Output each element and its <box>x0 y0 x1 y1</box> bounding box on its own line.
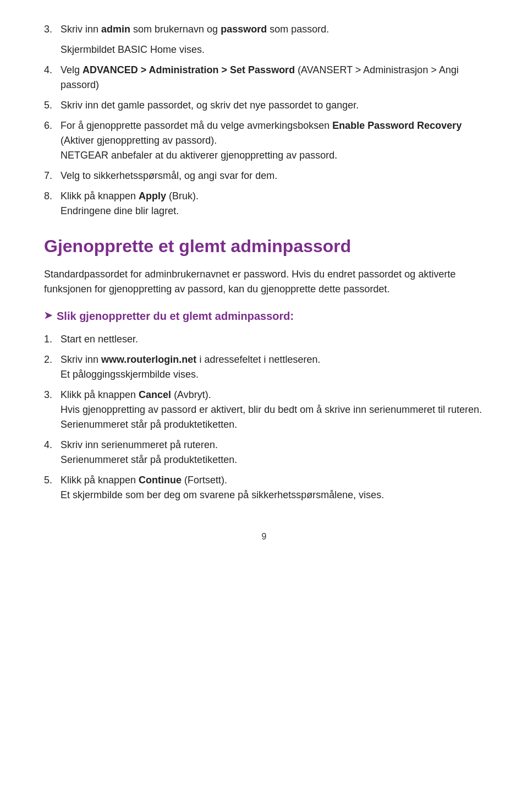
list-item: 6. For å gjenopprette passordet må du ve… <box>44 118 484 163</box>
list-content: Skjermbildet BASIC Home vises. <box>61 42 484 57</box>
list-content: Skriv inn det gamle passordet, og skriv … <box>61 98 484 113</box>
intro-steps-list: 3. Skriv inn admin som brukernavn og pas… <box>44 22 484 219</box>
list-number: 3. <box>44 22 61 37</box>
list-number: 8. <box>44 189 61 204</box>
list-content: Velg to sikkerhetsspørsmål, og angi svar… <box>61 168 484 183</box>
page-content: 3. Skriv inn admin som brukernavn og pas… <box>44 22 484 543</box>
list-content: Klikk på knappen Apply (Bruk). Endringen… <box>61 189 484 219</box>
list-item: 5. Klikk på knappen Continue (Fortsett).… <box>44 473 484 503</box>
bold-text: ADVANCED > Administration > Set Password <box>82 64 295 75</box>
list-content: Velg ADVANCED > Administration > Set Pas… <box>61 63 484 92</box>
list-number: 1. <box>44 332 61 347</box>
list-number: 4. <box>44 438 61 453</box>
list-content: Klikk på knappen Cancel (Avbryt). Hvis g… <box>61 388 484 432</box>
list-item: 5. Skriv inn det gamle passordet, og skr… <box>44 98 484 113</box>
list-number: 5. <box>44 98 61 113</box>
bold-text: Continue <box>139 475 182 486</box>
list-number: 3. <box>44 388 61 402</box>
list-item: 8. Klikk på knappen Apply (Bruk). Endrin… <box>44 189 484 219</box>
bold-text: Cancel <box>139 389 171 400</box>
list-item: 1. Start en nettleser. <box>44 332 484 347</box>
bold-text: password <box>221 24 267 35</box>
list-item: 4. Velg ADVANCED > Administration > Set … <box>44 63 484 92</box>
bold-text: www.routerlogin.net <box>101 354 196 365</box>
recovery-steps-list: 1. Start en nettleser. 2. Skriv inn www.… <box>44 332 484 503</box>
sub-heading-text: Slik gjenoppretter du et glemt adminpass… <box>57 308 294 324</box>
list-content: Start en nettleser. <box>61 332 484 347</box>
list-number: 7. <box>44 168 61 183</box>
bold-text: admin <box>101 24 130 35</box>
list-content: For å gjenopprette passordet må du velge… <box>61 118 484 163</box>
arrow-right-icon: ➤ <box>44 308 52 323</box>
list-content: Skriv inn admin som brukernavn og passwo… <box>61 22 484 37</box>
sub-heading: ➤ Slik gjenoppretter du et glemt adminpa… <box>44 308 484 324</box>
list-item: 2. Skriv inn www.routerlogin.net i adres… <box>44 352 484 382</box>
list-item: 3. Skriv inn admin som brukernavn og pas… <box>44 22 484 37</box>
list-number: 4. <box>44 63 61 78</box>
list-item: 7. Velg to sikkerhetsspørsmål, og angi s… <box>44 168 484 183</box>
list-item: Skjermbildet BASIC Home vises. <box>44 42 484 57</box>
page-number: 9 <box>44 530 484 543</box>
list-content: Klikk på knappen Continue (Fortsett). Et… <box>61 473 484 503</box>
list-number: 6. <box>44 118 61 133</box>
list-number: 5. <box>44 473 61 488</box>
section-intro: Standardpassordet for adminbrukernavnet … <box>44 267 484 297</box>
bold-text: Apply <box>139 190 166 201</box>
list-content: Skriv inn www.routerlogin.net i adressef… <box>61 352 484 382</box>
list-content: Skriv inn serienummeret på ruteren. Seri… <box>61 438 484 467</box>
bold-text: Enable Password Recovery <box>332 120 461 131</box>
section-heading: Gjenopprette et glemt adminpassord <box>44 235 484 258</box>
list-number: 2. <box>44 352 61 367</box>
list-item: 4. Skriv inn serienummeret på ruteren. S… <box>44 438 484 467</box>
list-item: 3. Klikk på knappen Cancel (Avbryt). Hvi… <box>44 388 484 432</box>
